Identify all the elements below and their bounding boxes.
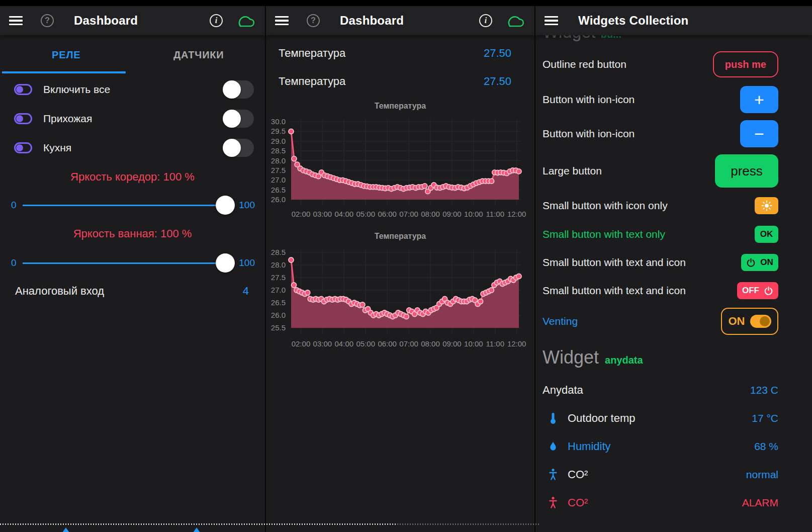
temperature-chart-2: 02:0003:0004:0005:0006:0007:0008:0009:00…: [266, 245, 534, 353]
page-title: Dashboard: [340, 14, 404, 28]
on-button[interactable]: ON: [741, 254, 778, 271]
row-label: Venting: [543, 315, 578, 327]
push-me-button[interactable]: push me: [713, 51, 778, 77]
temperature-chart-1: 02:0003:0004:0005:0006:0007:0008:0009:00…: [266, 117, 534, 222]
menu-icon[interactable]: [545, 16, 558, 26]
help-icon[interactable]: ?: [307, 14, 320, 27]
svg-text:28.5: 28.5: [271, 146, 286, 155]
clipped-widget-tip: [193, 527, 200, 532]
switch-kitchen[interactable]: [223, 139, 254, 157]
svg-text:25.5: 25.5: [271, 323, 286, 332]
data-row-co2-alarm: CO² ALARM: [535, 489, 812, 517]
row-label: Button with ion-icon: [543, 128, 635, 140]
info-icon[interactable]: i: [479, 14, 492, 27]
slider-track[interactable]: [23, 253, 233, 273]
slider-max-label: 100: [239, 257, 255, 269]
switch-hallway[interactable]: [223, 110, 254, 128]
svg-text:03:00: 03:00: [313, 339, 332, 348]
row-label: Small button with text only: [543, 228, 665, 240]
app-header: Widgets Collection: [535, 6, 812, 35]
row-label: Small button with text and icon: [543, 256, 686, 269]
data-value: normal: [746, 469, 778, 481]
thermometer-icon: [546, 412, 561, 425]
power-icon: [746, 258, 756, 268]
svg-text:10:00: 10:00: [464, 210, 483, 218]
widget-row: Small button with text only OK: [535, 220, 812, 248]
slider-knob[interactable]: [216, 253, 235, 273]
status-bar: [0, 0, 812, 6]
plus-button[interactable]: +: [740, 86, 778, 113]
row-label: Large button: [543, 165, 602, 177]
data-label: CO²: [568, 468, 588, 481]
toggle-on-icon: [750, 315, 771, 328]
switch-row-hallway: Прихожая: [0, 105, 265, 133]
svg-text:09:00: 09:00: [442, 339, 462, 348]
svg-text:26.5: 26.5: [271, 298, 286, 307]
cloud-icon[interactable]: [235, 13, 256, 28]
tab-active-indicator: [2, 71, 126, 73]
sun-button[interactable]: [755, 197, 778, 214]
toggle-outline-icon: [14, 84, 32, 95]
row-label: Outline red button: [543, 58, 626, 70]
data-label: Anydata: [543, 384, 583, 397]
info-icon[interactable]: i: [210, 14, 223, 27]
slider-track[interactable]: [23, 196, 233, 215]
press-button[interactable]: press: [715, 154, 778, 188]
menu-icon[interactable]: [275, 16, 289, 26]
slider-caption-corridor: Яркость коредор: 100 %: [0, 167, 265, 187]
widget-row: Button with ion-icon +: [535, 82, 812, 117]
panel-dashboard-relays: ? Dashboard i РЕЛЕ ДАТЧИКИ Включить все: [0, 6, 265, 532]
svg-text:10:00: 10:00: [464, 339, 483, 348]
panel-widgets-collection: Widgets Collection Widgetbu... Outline r…: [534, 6, 812, 532]
clipped-heading-accent: bu...: [601, 35, 621, 40]
data-label: CO²: [568, 496, 588, 509]
svg-text:26.5: 26.5: [271, 186, 286, 194]
switch-label: Прихожая: [43, 113, 92, 125]
help-icon[interactable]: ?: [41, 14, 54, 27]
svg-text:06:00: 06:00: [378, 210, 397, 218]
power-icon: [764, 286, 773, 296]
svg-text:26.0: 26.0: [271, 311, 286, 319]
svg-text:12:00: 12:00: [507, 210, 526, 218]
page-title: Dashboard: [74, 14, 138, 28]
tab-rele[interactable]: РЕЛЕ: [0, 35, 133, 74]
analog-input-row: Аналоговый вход 4: [0, 277, 265, 305]
off-button[interactable]: OFF: [737, 282, 778, 299]
header-actions: i: [210, 13, 256, 28]
screen: ? Dashboard i РЕЛЕ ДАТЧИКИ Включить все: [0, 0, 812, 532]
row-label: Small button with text and icon: [543, 285, 686, 297]
page-title: Widgets Collection: [578, 14, 688, 28]
ok-button[interactable]: OK: [755, 226, 778, 243]
value-reading: 27.50: [484, 47, 511, 60]
data-label: Outdoor temp: [568, 412, 636, 425]
analog-input-value: 4: [243, 285, 249, 298]
slider-knob[interactable]: [216, 196, 235, 215]
svg-text:07:00: 07:00: [399, 210, 418, 218]
header-actions: i: [479, 13, 525, 28]
tab-datchiki[interactable]: ДАТЧИКИ: [133, 35, 265, 74]
menu-icon[interactable]: [9, 16, 23, 26]
svg-text:29.5: 29.5: [271, 127, 286, 135]
svg-text:29.0: 29.0: [271, 137, 286, 145]
widget-row: Small button with icon only: [535, 191, 812, 220]
section-heading-anydata: Widget anydata: [535, 338, 812, 376]
chart-title: Температура: [266, 96, 534, 117]
temperature-row: Температура 27.50: [266, 67, 534, 96]
svg-text:05:00: 05:00: [356, 210, 375, 218]
svg-text:04:00: 04:00: [335, 210, 354, 218]
svg-text:03:00: 03:00: [313, 210, 332, 218]
data-label: Humidity: [568, 440, 611, 453]
venting-toggle-button[interactable]: ON: [721, 308, 778, 335]
cloud-icon[interactable]: [504, 13, 525, 28]
chart-title: Температура: [266, 222, 534, 245]
svg-text:28.0: 28.0: [271, 156, 286, 165]
analog-input-label: Аналоговый вход: [15, 285, 104, 298]
app-header: ? Dashboard i: [0, 6, 265, 35]
app-header: ? Dashboard i: [266, 6, 534, 35]
minus-button[interactable]: −: [740, 120, 778, 147]
switch-all[interactable]: [223, 80, 254, 99]
tab-bar: РЕЛЕ ДАТЧИКИ: [0, 35, 265, 74]
button-label: ON: [760, 257, 773, 268]
slider-caption-bath: Яркость ванная: 100 %: [0, 224, 265, 244]
person-icon: [546, 468, 561, 481]
